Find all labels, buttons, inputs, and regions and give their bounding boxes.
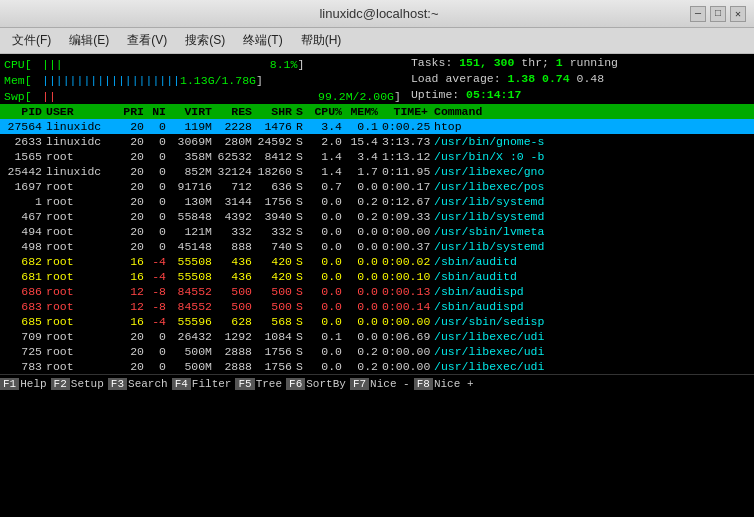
table-row[interactable]: 1697root20091716712636S0.70.00:00.17/usr… [0,179,754,194]
table-row[interactable]: 681root16-455508436420S0.00.00:00.10/sbi… [0,269,754,284]
cell-ni: 0 [148,120,170,133]
table-row[interactable]: 685root16-455596628568S0.00.00:00.00/usr… [0,314,754,329]
cell-ni: 0 [148,180,170,193]
table-row[interactable]: 27564linuxidc200119M22281476R3.40.10:00.… [0,119,754,134]
process-table: 27564linuxidc200119M22281476R3.40.10:00.… [0,119,754,374]
cell-time: 0:00.10 [382,270,434,283]
cell-shr: 740 [256,240,296,253]
cell-ni: 0 [148,210,170,223]
cell-virt: 500M [170,345,216,358]
cell-cpu: 0.0 [310,225,346,238]
minimize-button[interactable]: — [690,6,706,22]
cell-pri: 16 [118,255,148,268]
table-row[interactable]: 1root200130M31441756S0.00.20:12.67/usr/l… [0,194,754,209]
cell-mem: 0.0 [346,300,382,313]
uptime-row: Uptime: 05:14:17 [411,88,750,104]
flabel: Help [20,378,46,390]
cell-res: 2888 [216,345,256,358]
cell-ni: 0 [148,360,170,373]
menu-item-搜索(S)[interactable]: 搜索(S) [177,30,233,51]
cpu-stats-row: CPU[ ||| 8.1% ] [4,56,401,72]
cell-cpu: 3.4 [310,120,346,133]
cell-user: root [46,225,118,238]
cell-cmd: /usr/libexec/udi [434,330,750,343]
cell-s: S [296,165,310,178]
cell-s: S [296,150,310,163]
menu-item-编辑(E)[interactable]: 编辑(E) [61,30,117,51]
fkey-f5: F5 [235,378,254,390]
cell-shr: 1084 [256,330,296,343]
cell-pid: 1697 [4,180,46,193]
cell-pri: 20 [118,225,148,238]
cell-pid: 783 [4,360,46,373]
cell-virt: 45148 [170,240,216,253]
footer-item-f5[interactable]: F5Tree [235,378,286,390]
cell-time: 0:00.14 [382,300,434,313]
maximize-button[interactable]: □ [710,6,726,22]
footer-item-f3[interactable]: F3Search [108,378,172,390]
cell-time: 0:09.33 [382,210,434,223]
cell-shr: 1756 [256,345,296,358]
table-row[interactable]: 467root2005584843923940S0.00.20:09.33/us… [0,209,754,224]
table-row[interactable]: 682root16-455508436420S0.00.00:00.02/sbi… [0,254,754,269]
cpu-close: ] [297,58,304,71]
table-row[interactable]: 1565root200358M625328412S1.43.41:13.12/u… [0,149,754,164]
table-row[interactable]: 494root200121M332332S0.00.00:00.00/usr/s… [0,224,754,239]
close-button[interactable]: ✕ [730,6,746,22]
menu-item-查看(V)[interactable]: 查看(V) [119,30,175,51]
table-row[interactable]: 683root12-884552500500S0.00.00:00.14/sbi… [0,299,754,314]
cell-time: 0:00.00 [382,225,434,238]
footer-item-f7[interactable]: F7Nice - [350,378,414,390]
menu-item-帮助(H)[interactable]: 帮助(H) [293,30,350,51]
cell-shr: 420 [256,255,296,268]
cell-shr: 18260 [256,165,296,178]
title-bar: linuxidc@localhost:~ — □ ✕ [0,0,754,28]
table-row[interactable]: 709root2002643212921084S0.10.00:06.69/us… [0,329,754,344]
header-cmd: Command [434,105,750,118]
cell-res: 712 [216,180,256,193]
cell-virt: 91716 [170,180,216,193]
table-row[interactable]: 25442linuxidc200852M3212418260S1.41.70:1… [0,164,754,179]
cell-cpu: 0.7 [310,180,346,193]
cell-mem: 0.0 [346,255,382,268]
cell-cpu: 0.0 [310,300,346,313]
tasks-running: 1 [556,56,570,69]
footer-item-f6[interactable]: F6SortBy [286,378,350,390]
cell-user: root [46,180,118,193]
cell-ni: -4 [148,315,170,328]
cell-res: 628 [216,315,256,328]
cell-shr: 24592 [256,135,296,148]
cell-res: 436 [216,255,256,268]
footer-item-f2[interactable]: F2Setup [51,378,108,390]
footer-item-f1[interactable]: F1Help [0,378,51,390]
table-row[interactable]: 2633linuxidc2003069M280M24592S2.015.43:1… [0,134,754,149]
window-controls[interactable]: — □ ✕ [690,6,746,22]
cell-user: linuxidc [46,135,118,148]
flabel: Tree [256,378,282,390]
cell-res: 32124 [216,165,256,178]
header-s: S [296,105,310,118]
cpu-label: CPU[ [4,58,42,71]
tasks-row: Tasks: 151, 300 thr; 1 running [411,56,750,72]
cell-shr: 3940 [256,210,296,223]
header-cpu: CPU% [310,105,346,118]
table-header: PID USER PRI NI VIRT RES SHR S CPU% MEM%… [0,104,754,119]
table-row[interactable]: 498root20045148888740S0.00.00:00.37/usr/… [0,239,754,254]
terminal: CPU[ ||| 8.1% ] Mem[ |||||||||||||||||||… [0,54,754,517]
cell-cpu: 0.1 [310,330,346,343]
cell-time: 1:13.12 [382,150,434,163]
table-row[interactable]: 783root200500M28881756S0.00.20:00.00/usr… [0,359,754,374]
flabel: Setup [71,378,104,390]
cell-pri: 16 [118,315,148,328]
table-row[interactable]: 725root200500M28881756S0.00.20:00.00/usr… [0,344,754,359]
menu-item-文件(F)[interactable]: 文件(F) [4,30,59,51]
footer-item-f8[interactable]: F8Nice + [414,378,478,390]
menu-item-终端(T)[interactable]: 终端(T) [235,30,290,51]
table-row[interactable]: 686root12-884552500500S0.00.00:00.13/sbi… [0,284,754,299]
cell-s: S [296,345,310,358]
footer-item-f4[interactable]: F4Filter [172,378,236,390]
flabel: Search [128,378,168,390]
cell-mem: 0.0 [346,330,382,343]
header-pid: PID [4,105,46,118]
mem-close: ] [256,74,263,87]
